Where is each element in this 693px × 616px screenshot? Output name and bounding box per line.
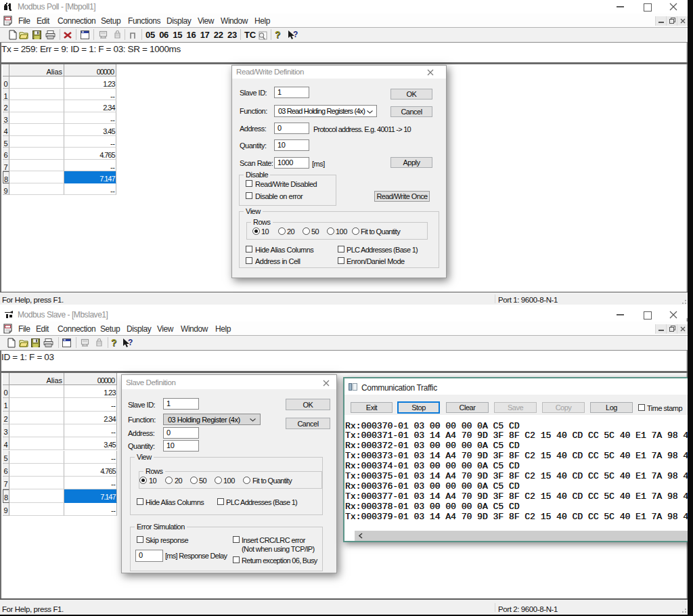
svg-text:?: ? [293,30,298,39]
svg-text:?: ? [128,338,133,347]
